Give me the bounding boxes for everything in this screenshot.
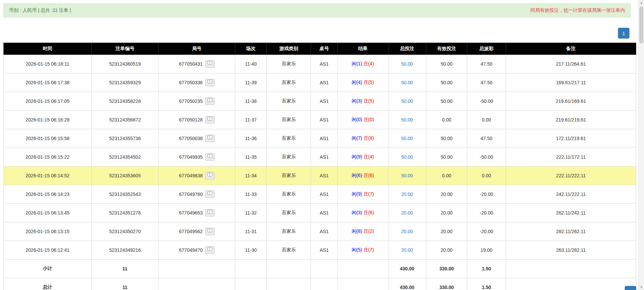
view-cards-icon[interactable] (205, 60, 215, 68)
view-cards-icon[interactable] (205, 79, 215, 86)
bet-id-cell: 523124351278 (92, 204, 159, 222)
column-header-game-type: 游戏类别 (267, 43, 311, 55)
result-cell: 闲(5) 庄(7) (337, 241, 388, 260)
column-header-time: 时间 (4, 43, 92, 55)
table-row: 2026-01-15 06:14:52523124353605677049838… (4, 166, 636, 185)
round-number: 677050128 (179, 117, 203, 122)
notice-text: 同局有效投注，统一计算在该局第一张注单内 (530, 7, 625, 14)
remark-cell: 172.11/219.61 (506, 129, 636, 148)
result-cell: 闲(3) 庄(5) (337, 92, 388, 111)
session-cell: 11-40 (235, 55, 267, 73)
scrollbar[interactable]: ▲ ▼ (638, 0, 644, 290)
total-bet-link[interactable]: 50.00 (401, 98, 413, 104)
payout-cell: -20.00 (467, 204, 506, 222)
total-bet-link[interactable]: 50.00 (401, 154, 413, 160)
total-bet-link[interactable]: 20.00 (401, 229, 413, 234)
scroll-down-icon[interactable]: ▼ (639, 284, 644, 290)
column-header-bet-id: 注单编号 (92, 43, 159, 55)
view-cards-icon[interactable] (205, 135, 215, 142)
view-cards-icon[interactable] (205, 246, 215, 254)
view-cards-icon[interactable] (205, 191, 215, 198)
remark-cell: 262.11/242.11 (506, 204, 636, 222)
valid-bet-cell: 50.00 (426, 148, 467, 166)
remark-cell: 217.11/264.61 (506, 55, 636, 73)
banker-result: 庄(7) (363, 191, 374, 197)
total-bet-link[interactable]: 20.00 (401, 192, 413, 197)
result-cell: 闲(0) 庄(0) (337, 111, 388, 129)
column-header-round: 局号 (159, 43, 235, 55)
page-button-1[interactable]: 1 (618, 28, 629, 39)
payout-cell: -20.00 (467, 222, 506, 241)
records-tbody: 2026-01-15 06:18:11523124360519677050431… (4, 55, 636, 260)
total-bet-link[interactable]: 50.00 (401, 136, 413, 141)
summary-text: 币别 : 人民币 | 总共 :11 注单 | (9, 7, 71, 14)
result-cell: 闲(6) 庄(6) (337, 166, 388, 185)
table-row: 2026-01-15 06:15:58523124355736677050038… (4, 129, 636, 148)
valid-bet-cell: 20.00 (426, 241, 467, 260)
table-row: 2026-01-15 06:12:41523124349216677049470… (4, 241, 636, 260)
remark-cell: 222.11/222.11 (506, 166, 636, 185)
view-cards-icon[interactable] (205, 228, 215, 235)
footer-label: 小计 (4, 260, 92, 278)
bet-id-cell: 523124350270 (92, 222, 159, 241)
round-cell: 677049935 (159, 148, 235, 166)
view-cards-icon[interactable] (205, 153, 215, 161)
round-cell: 677049653 (159, 204, 235, 222)
round-number: 677050235 (179, 98, 203, 104)
bet-id-cell: 523124360519 (92, 55, 159, 73)
player-result: 闲(8) (352, 228, 362, 234)
result-cell: 闲(7) 庄(8) (337, 129, 388, 148)
bottom-page-button-1[interactable]: 1 (625, 286, 636, 290)
footer-empty-cell (337, 260, 388, 278)
payout-cell: -50.00 (467, 92, 506, 111)
time-cell: 2026-01-15 06:15:22 (4, 148, 92, 166)
view-cards-icon[interactable] (205, 97, 215, 105)
time-cell: 2026-01-15 06:14:52 (4, 166, 92, 185)
total-bet-link[interactable]: 50.00 (401, 173, 413, 178)
total-bet-cell: 50.00 (388, 111, 426, 129)
result-cell: 闲(1) 庄(4) (337, 55, 388, 73)
total-bet-link[interactable]: 20.00 (401, 210, 413, 216)
round-number: 677049470 (179, 247, 203, 253)
total-bet-cell: 50.00 (388, 166, 426, 185)
view-cards-icon[interactable] (205, 209, 215, 217)
total-bet-cell: 20.00 (388, 241, 426, 260)
total-bet-cell: 50.00 (388, 148, 426, 166)
game-type-cell: 百家乐 (267, 148, 311, 166)
time-cell: 2026-01-15 06:13:15 (4, 222, 92, 241)
game-type-cell: 百家乐 (267, 73, 311, 92)
banker-result: 庄(0) (363, 117, 374, 122)
footer-empty-cell (159, 260, 235, 278)
total-bet-link[interactable]: 50.00 (401, 80, 413, 85)
valid-bet-cell: 0.00 (426, 166, 467, 185)
game-type-cell: 百家乐 (267, 166, 311, 185)
view-cards-icon[interactable] (205, 172, 215, 179)
total-bet-link[interactable]: 20.00 (401, 247, 413, 253)
result-cell: 闲(3) 庄(6) (337, 204, 388, 222)
round-number: 677050038 (179, 136, 203, 141)
valid-bet-cell: 50.00 (426, 55, 467, 73)
footer-count: 11 (92, 260, 159, 278)
total-bet-link[interactable]: 50.00 (401, 61, 413, 67)
total-bet-link[interactable]: 50.00 (401, 117, 413, 122)
column-header-valid-bet: 有效投注 (426, 43, 467, 55)
banker-result: 庄(6) (363, 210, 374, 215)
session-cell: 11-32 (235, 204, 267, 222)
time-cell: 2026-01-15 06:17:05 (4, 92, 92, 111)
banker-result: 庄(4) (363, 61, 374, 66)
game-type-cell: 百家乐 (267, 241, 311, 260)
info-bar: 币别 : 人民币 | 总共 :11 注单 | 同局有效投注，统一计算在该局第一张… (3, 3, 631, 18)
column-header-total-bet: 总投注 (388, 43, 426, 55)
payout-cell: -50.00 (467, 148, 506, 166)
scroll-up-icon[interactable]: ▲ (639, 0, 644, 6)
game-type-cell: 百家乐 (267, 204, 311, 222)
scroll-thumb[interactable] (639, 6, 643, 44)
footer-empty-cell (506, 278, 636, 290)
round-number: 677049653 (179, 210, 203, 216)
footer-payout: 1.50 (467, 260, 506, 278)
player-result: 闲(3) (352, 210, 362, 215)
round-cell: 677050038 (159, 129, 235, 148)
player-result: 闲(3) (352, 98, 362, 104)
view-cards-icon[interactable] (205, 116, 215, 124)
footer-label: 总计 (4, 278, 92, 290)
